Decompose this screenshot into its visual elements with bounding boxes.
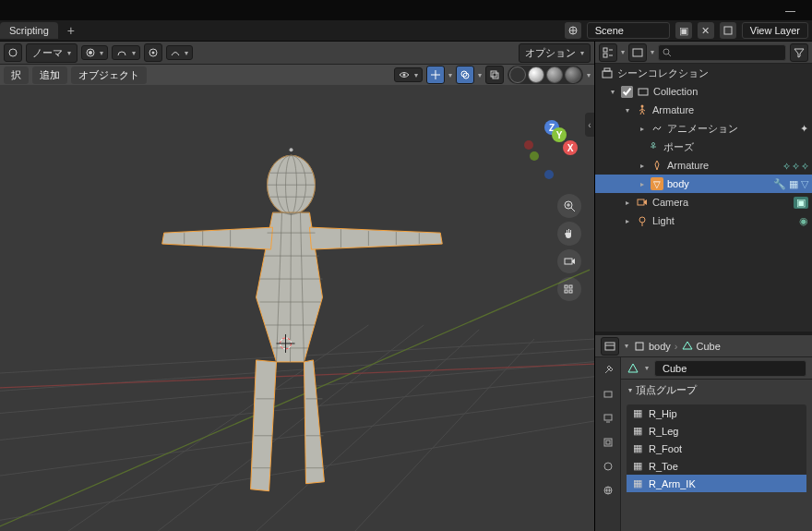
gizmo-neg-z[interactable]	[544, 170, 554, 179]
bone-icon[interactable]: ⟡	[783, 160, 790, 172]
scene-name-field[interactable]: Scene	[587, 22, 670, 39]
outliner-search-input[interactable]	[658, 44, 786, 61]
tab-tool[interactable]	[599, 361, 617, 380]
disclosure-icon[interactable]: ▸	[638, 125, 647, 133]
svg-point-97	[604, 463, 612, 470]
viewlayer-browse-icon[interactable]	[720, 22, 736, 39]
svg-rect-65	[569, 290, 572, 293]
outliner-mode-icon[interactable]	[599, 43, 617, 62]
editor-type-icon[interactable]	[4, 43, 22, 62]
svg-rect-64	[569, 285, 572, 288]
tab-scene[interactable]	[599, 457, 617, 476]
tree-armature-data[interactable]: ▸ Armature ⟡ ⟡ ⟡	[595, 156, 812, 175]
shading-rendered[interactable]	[565, 66, 581, 83]
outliner-display-icon[interactable]	[628, 43, 647, 62]
svg-line-58	[571, 208, 575, 211]
disclosure-icon[interactable]: ▸	[638, 162, 647, 170]
scene-browse-icon[interactable]	[565, 22, 581, 39]
tab-viewlayer[interactable]	[599, 433, 617, 452]
select-menu[interactable]: 択	[4, 66, 29, 84]
add-menu[interactable]: 追加	[32, 66, 67, 84]
svg-rect-95	[604, 439, 612, 446]
tree-pose[interactable]: ポーズ	[595, 138, 812, 156]
proportional-edit-button[interactable]	[144, 43, 162, 62]
svg-line-14	[0, 413, 594, 528]
gizmo-neg-y[interactable]	[530, 151, 539, 161]
tab-render[interactable]	[599, 385, 617, 404]
vertex-groups-icon[interactable]: ▦	[789, 178, 798, 190]
xray-toggle[interactable]	[485, 66, 504, 84]
gizmo-x-axis[interactable]: X	[563, 140, 578, 155]
nav-gizmo[interactable]: Z Y X	[524, 120, 578, 174]
viewlayer-name-field[interactable]: View Layer	[742, 22, 808, 39]
mesh-data-icon[interactable]: ▽	[801, 178, 808, 190]
tree-label: ポーズ	[663, 140, 694, 154]
gizmo-neg-x[interactable]	[524, 140, 533, 150]
collection-checkbox[interactable]	[621, 86, 633, 98]
disclosure-icon[interactable]: ▾	[623, 106, 632, 115]
camera-data-icon[interactable]: ▣	[794, 197, 808, 209]
shading-wireframe[interactable]	[509, 66, 526, 83]
gizmo-toggle[interactable]	[426, 66, 445, 84]
tree-light[interactable]: ▸ Light ◉	[595, 211, 812, 230]
breadcrumb-data[interactable]: Cube	[697, 341, 721, 352]
light-data-icon[interactable]: ◉	[799, 215, 808, 227]
vertex-group-item[interactable]: ▦R_Leg	[627, 422, 806, 440]
workspace-tabs: Scripting +	[0, 22, 80, 39]
shading-matpreview[interactable]	[546, 66, 563, 83]
vertex-group-icon: ▦	[632, 442, 643, 454]
svg-rect-1	[724, 27, 732, 34]
tree-label: Armature	[667, 160, 709, 171]
zoom-button[interactable]	[557, 194, 581, 218]
view3d-toolbar: 択 追加 オブジェクト ▾ ▾	[0, 65, 594, 85]
pivot-dropdown[interactable]	[81, 45, 108, 60]
tree-collection[interactable]: ▾ Collection	[595, 82, 812, 101]
view3d-viewport[interactable]: ‹ Z Y X	[0, 85, 594, 531]
tree-scene-collection[interactable]: シーンコレクション	[595, 64, 812, 82]
outliner-filter-icon[interactable]	[790, 43, 808, 62]
properties-type-icon[interactable]	[601, 337, 619, 356]
tree-armature[interactable]: ▾ Armature	[595, 101, 812, 119]
tree-animation[interactable]: ▸ アニメーション ✦	[595, 119, 812, 138]
action-icon[interactable]: ✦	[800, 123, 808, 135]
options-dropdown[interactable]: オプション	[519, 43, 591, 63]
scene-copy-icon[interactable]: ▣	[675, 22, 692, 39]
camera-view-button[interactable]	[557, 249, 581, 273]
shading-solid[interactable]	[528, 66, 544, 83]
breadcrumb-object[interactable]: body	[649, 341, 671, 352]
vertex-group-item[interactable]: ▦R_Toe	[627, 457, 806, 475]
snap-dropdown[interactable]	[112, 45, 140, 60]
disclosure-icon[interactable]: ▾	[608, 88, 617, 96]
overlay-toggle[interactable]	[456, 66, 474, 84]
vertex-group-item[interactable]: ▦R_Foot	[627, 440, 806, 457]
tree-label: Armature	[652, 104, 694, 115]
disclosure-icon[interactable]: ▸	[638, 180, 647, 188]
object-menu[interactable]: オブジェクト	[71, 66, 147, 84]
tree-camera[interactable]: ▸ Camera ▣	[595, 193, 812, 211]
scene-delete-icon[interactable]: ✕	[698, 22, 714, 39]
disclosure-icon[interactable]: ▸	[623, 217, 632, 225]
tree-body[interactable]: ▸ ▽ body 🔧 ▦ ▽	[595, 175, 812, 193]
scene-controls: Scene ▣ ✕ View Layer	[565, 22, 808, 39]
visibility-dropdown[interactable]	[394, 67, 423, 82]
minimize-button[interactable]: —	[778, 5, 803, 16]
tree-label: Camera	[652, 197, 688, 208]
bone-icon[interactable]: ⟡	[793, 160, 799, 172]
proportional-falloff-dropdown[interactable]	[166, 45, 193, 60]
vertex-groups-panel-header[interactable]: 頂点グループ	[621, 380, 812, 401]
bone-icon[interactable]: ⟡	[802, 160, 808, 172]
vertex-group-item[interactable]: ▦R_Arm_IK	[627, 475, 806, 492]
perspective-toggle-button[interactable]	[557, 277, 581, 301]
tab-output[interactable]	[599, 409, 617, 428]
vertex-group-item[interactable]: ▦R_Hip	[627, 404, 806, 422]
mesh-name-field[interactable]: Cube	[654, 360, 806, 377]
pan-button[interactable]	[557, 222, 581, 246]
gizmo-y-axis[interactable]: Y	[552, 127, 567, 142]
modifier-icon[interactable]: 🔧	[773, 178, 786, 190]
tab-world[interactable]	[599, 481, 617, 500]
n-panel-toggle[interactable]: ‹	[585, 113, 594, 137]
workspace-add-button[interactable]: +	[62, 23, 80, 38]
disclosure-icon[interactable]: ▸	[623, 199, 632, 207]
orientation-dropdown[interactable]: ノーマ	[26, 43, 78, 63]
workspace-tab-scripting[interactable]: Scripting	[0, 22, 58, 39]
